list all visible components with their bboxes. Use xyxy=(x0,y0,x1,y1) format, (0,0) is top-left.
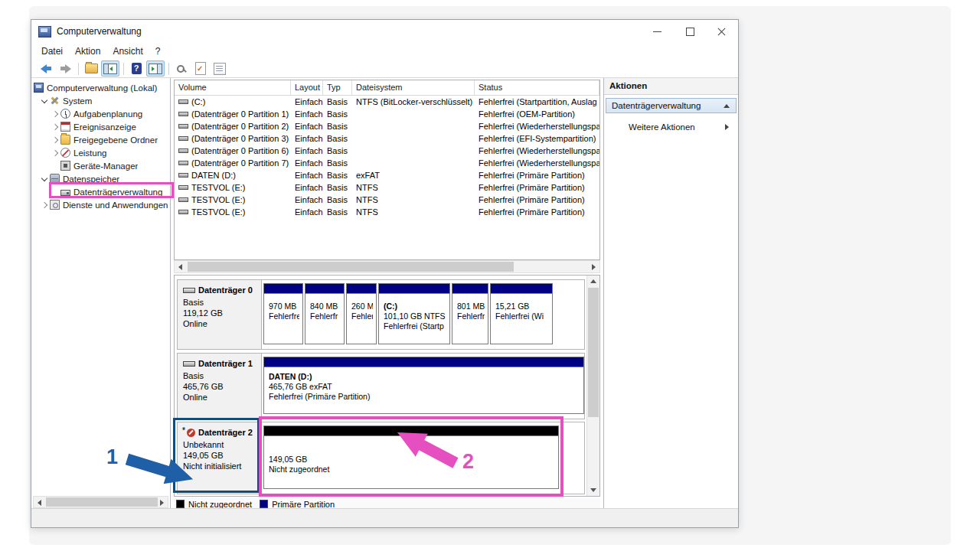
cell-layout: Einfach xyxy=(291,122,323,131)
cell-typ: Basis xyxy=(323,134,352,143)
tree-item-computerverwaltung-lokal[interactable]: Computerverwaltung (Lokal) xyxy=(31,81,170,94)
partition-text: DATEN (D:)465,76 GB exFATFehlerfrei (Pri… xyxy=(264,367,583,402)
back-arrow-button[interactable] xyxy=(37,60,55,77)
cell-typ: Basis xyxy=(323,122,352,131)
menu-item-ansicht[interactable]: Ansicht xyxy=(106,43,149,60)
disk-header-1[interactable]: Datenträger 1Basis465,76 GBOnline xyxy=(178,354,262,419)
partition[interactable]: 801 MBFehlerfr xyxy=(452,283,488,344)
console-tree-toggle-icon xyxy=(103,64,117,74)
forward-arrow-button[interactable] xyxy=(56,60,74,77)
cell-volume: (Datenträger 0 Partition 7) xyxy=(175,158,291,168)
close-button[interactable] xyxy=(706,20,738,43)
action-pane-toggle-button[interactable] xyxy=(146,60,165,77)
performance-icon xyxy=(60,148,70,158)
rescan-disks-button[interactable] xyxy=(172,60,191,77)
scroll-left-icon[interactable] xyxy=(175,261,187,272)
toolbar-separator xyxy=(123,63,124,75)
volume-list-rows: (C:)EinfachBasisNTFS (BitLocker-verschlü… xyxy=(175,96,599,218)
volume-row[interactable]: DATEN (D:)EinfachBasisexFATFehlerfrei (P… xyxy=(175,169,599,181)
volume-row[interactable]: (Datenträger 0 Partition 7)EinfachBasisF… xyxy=(175,157,599,169)
scrollbar-thumb[interactable] xyxy=(46,497,158,507)
expander-spacer xyxy=(50,187,60,197)
cell-volume: (C:) xyxy=(175,97,291,106)
menu-item-aktion[interactable]: Aktion xyxy=(69,43,106,60)
scroll-right-icon[interactable] xyxy=(587,261,599,272)
cell-layout: Einfach xyxy=(291,97,323,106)
column-header-dateisystem[interactable]: Dateisystem xyxy=(352,80,475,95)
tree-item-datentr-gerverwaltung[interactable]: Datenträgerverwaltung xyxy=(31,185,170,198)
unallocated-partition[interactable]: 149,05 GBNicht zugeordnet xyxy=(263,425,559,489)
tree-item-ger-te-manager[interactable]: Geräte-Manager xyxy=(31,159,170,172)
scroll-up-icon[interactable] xyxy=(587,276,599,288)
tree-item-leistung[interactable]: Leistung xyxy=(31,146,170,159)
disk-name: Datenträger 1 xyxy=(183,359,261,368)
scroll-left-icon[interactable] xyxy=(34,497,46,507)
expander-expanded-icon[interactable] xyxy=(39,174,50,184)
volume-row[interactable]: (C:)EinfachBasisNTFS (BitLocker-verschlü… xyxy=(175,96,599,108)
actions-group-disk-management[interactable]: Datenträgerverwaltung xyxy=(606,98,737,113)
column-header-layout[interactable]: Layout xyxy=(291,80,323,95)
expander-expanded-icon[interactable] xyxy=(39,96,50,106)
expander-collapsed-icon[interactable] xyxy=(39,200,50,210)
services-icon xyxy=(50,200,60,210)
expander-collapsed-icon[interactable] xyxy=(50,109,60,119)
scrollbar-thumb[interactable] xyxy=(588,288,599,417)
scroll-right-icon[interactable] xyxy=(155,497,168,507)
expander-collapsed-icon[interactable] xyxy=(50,122,60,132)
export-folder-button[interactable] xyxy=(82,60,100,77)
column-header-status[interactable]: Status xyxy=(475,80,599,95)
expander-collapsed-icon[interactable] xyxy=(50,148,60,158)
volume-icon xyxy=(178,99,188,104)
more-actions-item[interactable]: Weitere Aktionen xyxy=(604,119,738,135)
tree-item-freigegebene-ordner[interactable]: Freigegebene Ordner xyxy=(31,133,170,146)
menu-item-datei[interactable]: Datei xyxy=(35,43,69,60)
partition[interactable]: 260 MFehler xyxy=(346,283,377,344)
volume-row[interactable]: TESTVOL (E:)EinfachBasisNTFSFehlerfrei (… xyxy=(175,181,599,194)
window-controls xyxy=(642,20,738,43)
tree-item-system[interactable]: System xyxy=(31,94,170,107)
properties-button[interactable] xyxy=(211,60,229,77)
collapse-up-icon[interactable] xyxy=(724,104,730,108)
cell-status: Fehlerfrei (Wiederherstellungspa xyxy=(475,122,599,131)
window-title: Computerverwaltung xyxy=(57,26,142,37)
tree-item-datenspeicher[interactable]: Datenspeicher xyxy=(31,172,170,185)
partition-title: DATEN (D:) xyxy=(269,372,580,382)
toolbar xyxy=(31,60,738,78)
volume-row[interactable]: (Datenträger 0 Partition 3)EinfachBasisF… xyxy=(175,132,599,145)
tree-item-aufgabenplanung[interactable]: Aufgabenplanung xyxy=(31,107,170,120)
volume-row[interactable]: (Datenträger 0 Partition 6)EinfachBasisF… xyxy=(175,145,599,157)
column-header-volume[interactable]: Volume xyxy=(175,80,291,95)
cell-dateisystem: NTFS (BitLocker-verschlüsselt) xyxy=(352,97,475,106)
partition-text: (C:)101,10 GB NTFSFehlerfrei (Startp xyxy=(379,294,449,331)
menu-item-?[interactable]: ? xyxy=(149,43,167,60)
tree-item-dienste-und-anwendungen[interactable]: Dienste und Anwendungen xyxy=(31,198,170,211)
disk-header-0[interactable]: Datenträger 0Basis119,12 GBOnline xyxy=(178,280,262,349)
partition[interactable]: 970 MBFehlerfre xyxy=(263,283,303,344)
expander-collapsed-icon[interactable] xyxy=(50,135,60,145)
column-header-typ[interactable]: Typ xyxy=(323,80,352,95)
partition[interactable]: (C:)101,10 GB NTFSFehlerfrei (Startp xyxy=(378,283,450,344)
volume-list-horizontal-scrollbar xyxy=(174,260,600,273)
volume-row[interactable]: TESTVOL (E:)EinfachBasisNTFSFehlerfrei (… xyxy=(175,194,599,206)
cell-dateisystem: NTFS xyxy=(352,183,475,192)
cell-status: Fehlerfrei (Primäre Partition) xyxy=(475,171,599,180)
console-tree-toggle-button[interactable] xyxy=(101,60,119,77)
volume-row[interactable]: (Datenträger 0 Partition 1)EinfachBasisF… xyxy=(175,108,599,120)
disk-header-2[interactable]: Datenträger 2Unbekannt149,05 GBNicht ini… xyxy=(178,422,262,494)
disk-row-1: Datenträger 1Basis465,76 GBOnlineDATEN (… xyxy=(177,353,585,419)
minimize-button[interactable] xyxy=(642,20,674,43)
volume-row[interactable]: (Datenträger 0 Partition 2)EinfachBasisF… xyxy=(175,120,599,132)
volume-row[interactable]: TESTVOL (E:)EinfachBasisNTFSFehlerfrei (… xyxy=(175,206,599,218)
partition-color-bar xyxy=(347,284,376,294)
check-document-button[interactable] xyxy=(191,60,210,77)
help-button[interactable] xyxy=(127,60,145,77)
maximize-button[interactable] xyxy=(674,20,706,43)
partition[interactable]: 15,21 GBFehlerfrei (Wi xyxy=(490,283,553,344)
window-bottom-strip xyxy=(31,508,738,527)
tree-item-ereignisanzeige[interactable]: Ereignisanzeige xyxy=(31,120,170,133)
partition-line: Fehlerfrei (Wi xyxy=(495,311,549,321)
partition[interactable]: DATEN (D:)465,76 GB exFATFehlerfrei (Pri… xyxy=(263,357,584,414)
partition[interactable]: 840 MBFehlerfr xyxy=(305,283,345,344)
scrollbar-thumb[interactable] xyxy=(188,262,514,272)
scroll-down-icon[interactable] xyxy=(587,484,599,496)
